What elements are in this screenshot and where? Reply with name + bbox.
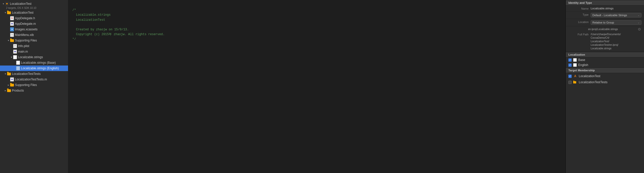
expand-triangle[interactable] — [7, 39, 10, 42]
loc-file-icon — [573, 63, 577, 67]
english-checkbox[interactable] — [568, 63, 572, 67]
localization-header: Localization — [566, 52, 644, 57]
folder-icon — [10, 84, 14, 87]
small-folder-icon — [573, 81, 576, 83]
english-label: English — [578, 63, 588, 67]
sidebar-item-appdelegate-h[interactable]: h AppDelegate.h — [0, 15, 68, 21]
sidebar-item-supporting-files[interactable]: Supporting Files — [0, 38, 68, 43]
group-label: Localizable.strings — [18, 55, 43, 59]
type-dropdown[interactable]: Default - Localizable Strings ⌄ — [591, 13, 641, 17]
group-label: Supporting Files — [15, 38, 37, 43]
xib-icon: ≡ — [10, 33, 14, 37]
target-localizationtest-row: A LocalizationTest — [566, 73, 644, 79]
project-icon: ◆ — [5, 2, 9, 6]
folder-icon — [7, 11, 11, 14]
full-path-row: Full Path /Users/zhaojw/Documents/CocoaD… — [566, 31, 644, 52]
sidebar-item-project-root[interactable]: ◆ LocalizationTest — [0, 1, 68, 7]
folder-icon — [7, 73, 11, 75]
location-dropdown[interactable]: Relative to Group ⌄ — [591, 20, 641, 25]
folder-icon — [7, 89, 11, 92]
expand-triangle — [13, 67, 16, 70]
target-localizationtest-checkbox[interactable] — [568, 75, 572, 78]
target-localizationtesttests-label: LocalizationTestTests — [579, 80, 607, 84]
chevron-down-icon: ⌄ — [638, 21, 640, 24]
full-path-label: Full Path — [568, 33, 589, 36]
expand-triangle — [7, 34, 10, 36]
expand-triangle[interactable] — [4, 73, 7, 75]
localization-english-row: English — [566, 62, 644, 68]
folder-icon — [10, 39, 14, 42]
sidebar: ◆ LocalizationTest 2 targets, OS X SDK 1… — [0, 0, 68, 173]
sidebar-item-localizable-base[interactable]: Localizable.strings (Base) — [0, 60, 68, 66]
expand-triangle — [10, 45, 13, 47]
base-label: Base — [578, 58, 585, 62]
inspector-panel: Identity and Type Name Localizable.strin… — [566, 0, 644, 173]
target-folder-icon — [573, 80, 577, 84]
group-label: Products — [12, 88, 24, 93]
file-label: AppDelegate.h — [15, 16, 35, 20]
code-editor[interactable]: /* Localizable.strings LocalizationTest … — [68, 0, 566, 173]
project-subtitle: 2 targets, OS X SDK 10.10 — [5, 7, 68, 10]
identity-type-header: Identity and Type — [566, 0, 644, 6]
expand-triangle — [7, 17, 10, 19]
m-file-icon: m — [10, 22, 14, 26]
strings-group-icon — [13, 55, 17, 59]
name-label: Name — [568, 7, 589, 10]
file-label: main.m — [18, 49, 28, 54]
expand-triangle[interactable] — [10, 56, 13, 58]
expand-triangle[interactable] — [4, 89, 7, 92]
expand-triangle[interactable] — [7, 84, 10, 86]
sidebar-item-appdelegate-m[interactable]: m AppDelegate.m — [0, 21, 68, 27]
xcassets-icon: ■ — [10, 27, 14, 31]
strings-selected-icon — [16, 66, 20, 70]
reveal-icon[interactable]: ⊙ — [637, 27, 641, 31]
location-label: Location — [568, 20, 589, 24]
name-row: Name Localizable.strings — [566, 6, 644, 12]
sidebar-item-images-xcassets[interactable]: ■ Images.xcassets — [0, 27, 68, 32]
base-checkbox[interactable] — [568, 58, 572, 62]
expand-triangle[interactable] — [4, 11, 7, 14]
sidebar-item-mainmenu-xib[interactable]: ≡ MainMenu.xib — [0, 32, 68, 38]
target-localizationtesttests-checkbox[interactable] — [568, 81, 572, 84]
loc-file-icon — [573, 58, 577, 62]
file-label: Info.plist — [18, 44, 29, 48]
group-label: LocalizationTestTests — [12, 72, 40, 76]
expand-triangle — [7, 23, 10, 25]
sidebar-item-supporting-files-2[interactable]: Supporting Files — [0, 82, 68, 88]
project-name: LocalizationTest — [10, 2, 31, 6]
type-dropdown-value: Default - Localizable Strings — [592, 14, 627, 17]
expand-triangle — [7, 78, 10, 81]
sidebar-item-info-plist[interactable]: P Info.plist — [0, 43, 68, 49]
target-a-icon: A — [573, 74, 577, 78]
expand-triangle[interactable] — [2, 3, 5, 5]
file-label: MainMenu.xib — [15, 33, 34, 37]
sidebar-item-localizationtesttests-m[interactable]: m LocalizationTestTests.m — [0, 77, 68, 82]
type-select[interactable]: Default - Localizable Strings ⌄ — [591, 13, 641, 17]
sidebar-item-localizationtesttests-group[interactable]: LocalizationTestTests — [0, 71, 68, 77]
sidebar-item-group-localizationtest[interactable]: LocalizationTest — [0, 10, 68, 15]
sidebar-item-localizable-strings-group[interactable]: Localizable.strings — [0, 54, 68, 60]
sidebar-item-main-m[interactable]: m main.m — [0, 49, 68, 54]
file-label: AppDelegate.m — [15, 21, 36, 26]
expand-triangle — [10, 50, 13, 53]
file-label: LocalizationTestTests.m — [15, 77, 47, 82]
sidebar-item-localizable-english[interactable]: Localizable.strings (English) — [0, 66, 68, 71]
localization-base-row: Base — [566, 57, 644, 62]
file-label: Localizable.strings (English) — [21, 66, 59, 71]
plist-icon: P — [13, 44, 17, 48]
m-file-icon: m — [13, 50, 17, 54]
location-row: Location Relative to Group ⌄ — [566, 19, 644, 26]
file-label: Images.xcassets — [15, 27, 37, 32]
file-label: Localizable.strings (Base) — [21, 60, 56, 65]
chevron-down-icon: ⌄ — [638, 14, 640, 16]
location-select[interactable]: Relative to Group ⌄ — [591, 20, 641, 25]
en-path-text: en.lproj/Localizable.strings — [588, 28, 637, 31]
sidebar-item-products[interactable]: Products — [0, 88, 68, 93]
m-file-icon: m — [10, 77, 14, 81]
full-path-value: /Users/zhaojw/Documents/CocoaDemo/C4/Loc… — [591, 33, 641, 50]
expand-triangle — [13, 61, 16, 64]
en-path-row: en.lproj/Localizable.strings ⊙ — [566, 26, 644, 31]
group-label: LocalizationTest — [12, 10, 33, 15]
location-dropdown-value: Relative to Group — [592, 21, 614, 24]
type-row: Type Default - Localizable Strings ⌄ — [566, 12, 644, 19]
